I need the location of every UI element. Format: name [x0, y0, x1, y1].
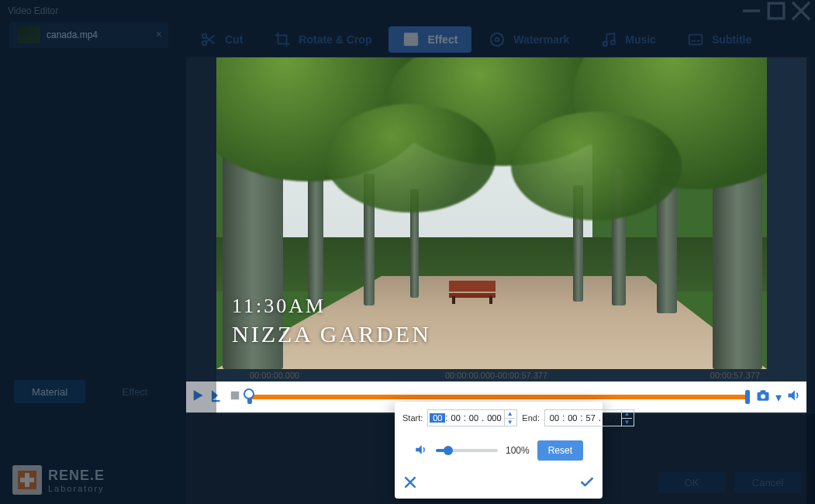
start-spinner[interactable]: ▲▼ [504, 410, 515, 426]
trim-start-handle[interactable] [247, 390, 252, 404]
svg-marker-24 [789, 390, 795, 400]
volume-icon [414, 443, 428, 459]
effect-range-modal: Start: 00: 00: 00. 000 ▲▼ End: 00: 00: 5… [395, 402, 603, 499]
preview-panel: 11:30AM NIZZA GARDEN 00:00:00.000 00:00:… [186, 57, 806, 413]
end-time-field[interactable]: 00: 00: 57. 377 ▲▼ [544, 409, 634, 426]
dim-left [0, 0, 186, 504]
timeline-start-label: 00:00:00.000 [250, 371, 299, 380]
snapshot-button[interactable] [755, 388, 771, 406]
end-label: End: [522, 413, 540, 423]
app-window: Video Editor canada.mp4 × Cut Rotate & C… [0, 0, 815, 504]
trim-end-handle[interactable] [745, 390, 750, 404]
volume-slider[interactable] [436, 449, 498, 452]
volume-value: 100% [506, 445, 530, 456]
svg-rect-23 [761, 390, 766, 392]
modal-cancel-icon[interactable] [402, 475, 418, 492]
end-spinner[interactable]: ▲▼ [621, 410, 632, 426]
preview-overlay-title: NIZZA GARDEN [232, 321, 431, 347]
svg-rect-20 [231, 392, 240, 400]
start-time-field[interactable]: 00: 00: 00. 000 ▲▼ [427, 409, 517, 426]
volume-button[interactable] [786, 388, 802, 406]
timeline-track[interactable] [250, 395, 748, 399]
svg-marker-25 [416, 445, 422, 454]
dim-toolbar [186, 0, 815, 57]
start-label: Start: [402, 413, 423, 423]
video-preview[interactable]: 11:30AM NIZZA GARDEN [216, 57, 767, 369]
timeline-end-label: 00:00:57.377 [710, 371, 760, 380]
timeline-range-label: 00:00:00.000-00:00:57.377 [445, 371, 547, 380]
reset-button[interactable]: Reset [537, 440, 583, 461]
dim-left-of-video [186, 57, 216, 414]
preview-overlay-time: 11:30AM [232, 295, 326, 318]
modal-confirm-icon[interactable] [579, 475, 595, 492]
snapshot-dropdown-icon[interactable]: ▾ [775, 390, 782, 405]
svg-point-22 [761, 394, 765, 399]
stop-button[interactable] [228, 388, 242, 406]
